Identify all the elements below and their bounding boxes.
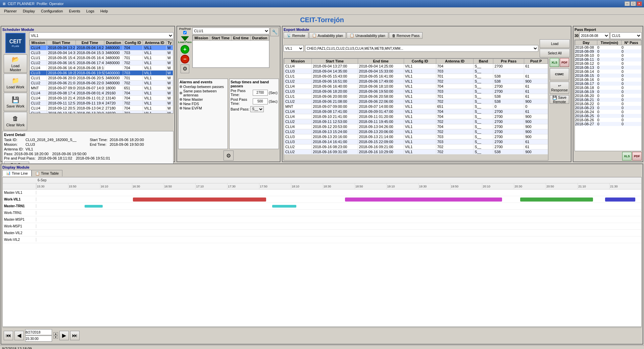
pass-report-table-container[interactable]: Day Time(min) Nº Pass 2018-08-08 0 0 201… (575, 40, 642, 151)
export-row[interactable]: CLU4 2018-09-10 21:41:00 2018-09-11 01:2… (284, 114, 548, 119)
scheduler-row[interactable]: CLU2 2018-09-13 15:24:00 2018-09-13 20:0… (30, 111, 173, 114)
scheduler-row[interactable]: CLU4 2018-09-10 21:41:00 2018-09-11 01:2… (30, 96, 173, 101)
nav-date-input[interactable] (25, 329, 52, 335)
scheduler-table-container[interactable]: Mission Start Time End Time Duration Con… (29, 40, 174, 114)
pre-pass-input[interactable] (253, 90, 268, 96)
export-row[interactable]: CLU1 2018-09-06 20:00:00 2018-09-06 20:5… (284, 94, 548, 99)
prepost-checkbox[interactable] (183, 31, 187, 34)
clu-table-container[interactable]: Mission Start Time End time Duration (192, 35, 269, 68)
nav-last-button[interactable]: ⏭ (70, 331, 80, 340)
remove-pass-button[interactable]: − (181, 55, 189, 63)
clear-work-button[interactable]: 🗑 Clear Work (4, 112, 27, 130)
menu-configuration[interactable]: Configuration (38, 8, 65, 14)
timeline-row: Master-MSP1 (3, 216, 641, 223)
maximize-button[interactable]: □ (631, 1, 636, 6)
pass-report-xls-button[interactable]: XLS (622, 152, 632, 161)
export-row[interactable]: CLU4 2018-09-04 13:27:00 2018-09-04 14:2… (284, 64, 548, 69)
export-row[interactable]: CLU2 2018-09-16 09:31:00 2018-09-16 10:2… (284, 149, 548, 155)
pass-report-row: 2018-08-12 0 0 (575, 61, 641, 66)
scheduler-row[interactable]: CLU2 2018-09-06 16:51:00 2018-09-06 17:4… (30, 60, 173, 66)
export-row[interactable]: CLU4 2018-09-06 16:40:00 2018-09-06 18:1… (284, 84, 548, 89)
nav-prev-button[interactable]: ◀ (14, 331, 24, 340)
time-up-button[interactable]: ▲ (53, 332, 58, 335)
load-work-button[interactable]: 📁 Load Work (4, 74, 27, 92)
export-pdf-button[interactable]: PDF (560, 58, 569, 67)
time-down-button[interactable]: ▼ (53, 336, 58, 339)
scheduler-row[interactable]: CLU4 2018-09-08 17:41:00 2018-09-08 01:4… (30, 91, 173, 96)
settings-icon-button[interactable]: ⚙ (224, 150, 234, 161)
load-pass-button[interactable]: Load Pass (178, 36, 192, 44)
clu-select[interactable]: CLU1CLU2CLU3CLU4 (192, 28, 269, 34)
minimize-button[interactable]: ─ (625, 1, 630, 6)
nav-time-input[interactable] (25, 336, 52, 342)
menu-help[interactable]: Help (98, 8, 111, 14)
pass-antenna-select[interactable]: CLU1 (610, 32, 642, 39)
export-xls-button[interactable]: XLS (550, 58, 559, 67)
nav-next-button[interactable]: ▶ (59, 331, 69, 340)
save-work-button[interactable]: 💾 Save Work (4, 93, 27, 111)
export-site-select[interactable]: CHEO,PAZ1,CLU1,CLU2,CLU3,CLU4,META,METB,… (305, 45, 538, 52)
export-row[interactable]: CLU3 2018-09-14 16:41:00 2018-09-15 22:0… (284, 139, 548, 144)
export-row[interactable]: CLU2 2018-09-06 16:51:00 2018-09-06 17:4… (284, 79, 548, 84)
export-row[interactable]: CLU3 2018-09-13 20:16:00 2018-09-13 21:1… (284, 134, 548, 139)
antenna-select[interactable]: VIL1TRN1MSP1VIL2 (29, 32, 174, 39)
scheduler-row[interactable]: CLU1 2018-09-06 20:00:00 2018-09-06 20:5… (30, 76, 173, 81)
export-tab-availability[interactable]: 📋 Availability plan (309, 32, 346, 39)
export-tab-remove[interactable]: 🗑 Remove Pass (389, 32, 423, 39)
export-row[interactable]: CLU1 2018-09-05 15:43:00 2018-09-05 16:4… (284, 74, 548, 79)
settings-button[interactable]: ⚙ (181, 64, 189, 73)
export-table: Mission Start Time End time Config ID An… (284, 58, 548, 155)
post-pass-input[interactable] (253, 98, 268, 104)
export-table-container[interactable]: Mission Start Time End time Config ID An… (284, 58, 548, 161)
export-row[interactable]: CLU3 2018-09-06 18:20:00 2018-09-06 19:5… (284, 89, 548, 94)
menu-logs[interactable]: Logs (84, 8, 97, 14)
menu-display[interactable]: Display (20, 8, 38, 14)
add-pass-button[interactable]: + (181, 45, 189, 54)
window-controls[interactable]: ─ □ ✕ (625, 1, 642, 6)
menu-planner[interactable]: Planner (1, 8, 19, 14)
save-remote-button[interactable]: 💾 Save Remote (550, 95, 569, 104)
cell-end: 2018-09-07 14:00:00 (358, 104, 404, 109)
tab-timetable[interactable]: 📋 Time Table (32, 170, 62, 176)
scheduler-row[interactable]: CLU4 2018-09-04 13:27:00 2018-09-04 14:2… (30, 45, 173, 50)
band-pass-select[interactable]: S__X__ (250, 106, 264, 112)
cell-duration: 3480000 (104, 76, 123, 81)
cell-antenna: 703 (436, 139, 474, 144)
scheduler-row[interactable]: CLU4 2018-09-06 16:40:00 2018-09-06 18:1… (30, 66, 173, 71)
scheduler-row[interactable]: MNT 2018-09-07 09:00:00 2018-09-07 14:00… (30, 86, 173, 91)
export-row[interactable]: MNT 2018-09-07 09:00:00 2018-09-07 14:00… (284, 104, 548, 109)
wrench-button[interactable]: 🔧 (270, 28, 279, 36)
export-row[interactable]: CLU2 2018-09-16 08:23:00 2018-09-16 09:2… (284, 144, 548, 149)
export-row[interactable]: CLU2 2018-09-11 12:53:00 2018-09-11 19:4… (284, 119, 548, 124)
scheduler-row[interactable]: CLU2 2018-09-06 21:08:00 2018-09-06 22:0… (30, 81, 173, 86)
close-button[interactable]: ✕ (637, 1, 642, 6)
pass-date-select[interactable]: 2018-08-08 (579, 32, 609, 39)
csmc-button[interactable]: CSMC (550, 68, 569, 80)
export-antenna-select[interactable]: VIL1 (284, 45, 304, 52)
load-master-button[interactable]: 📂 Load Master (4, 54, 27, 73)
tab-timeline[interactable]: 📊 Time Line (2, 170, 32, 176)
load-button[interactable]: Load (540, 39, 570, 48)
export-row[interactable]: CLU4 2018-09-08 17:41:00 2018-09-09 01:4… (284, 109, 548, 114)
nav-first-button[interactable]: ⏮ (4, 331, 13, 340)
scheduler-row[interactable]: CLU2 2018-09-11 12:53:00 2018-09-11 19:4… (30, 101, 173, 106)
scheduler-row[interactable]: CLU1 2018-09-05 15:43:00 2018-09-05 16:4… (30, 55, 173, 60)
pass-report-pdf-button[interactable]: PDF (632, 152, 642, 161)
cell-duration: 5400000 (104, 71, 123, 76)
pass-report-row: 2018-08-15 0 0 (575, 74, 641, 78)
scheduler-row[interactable]: CLU3 2018-09-06 18:20:00 2018-09-06 19:5… (30, 71, 173, 76)
row-content (36, 216, 641, 223)
menu-events[interactable]: Events (66, 8, 83, 14)
export-row[interactable]: CLU4 2018-09-12 20:53:00 2018-09-13 04:2… (284, 124, 548, 129)
export-row[interactable]: CLU3 2018-09-04 14:35:00 2018-09-04 15:3… (284, 69, 548, 74)
col-mission: Mission (30, 40, 47, 45)
response-button[interactable]: ↩ Response (550, 82, 569, 94)
export-row[interactable]: CLU2 2018-09-13 15:24:00 2018-09-13 20:0… (284, 129, 548, 134)
scheduler-row[interactable]: CLU4 2018-09-12 20:53:00 2018-09-13 04:2… (30, 106, 173, 111)
export-row[interactable]: CLU2 2018-09-06 21:08:00 2018-09-06 22:0… (284, 99, 548, 104)
export-tab-unavailability[interactable]: 📋 Unavailability plan (347, 32, 388, 39)
post-pass-sec: (Sec) (269, 99, 278, 103)
select-all-button[interactable]: Select All (540, 49, 570, 57)
export-tab-remote[interactable]: 📡 Remote (284, 32, 308, 39)
scheduler-row[interactable]: CLU3 2018-09-04 14:35:00 2018-09-04 15:3… (30, 50, 173, 55)
